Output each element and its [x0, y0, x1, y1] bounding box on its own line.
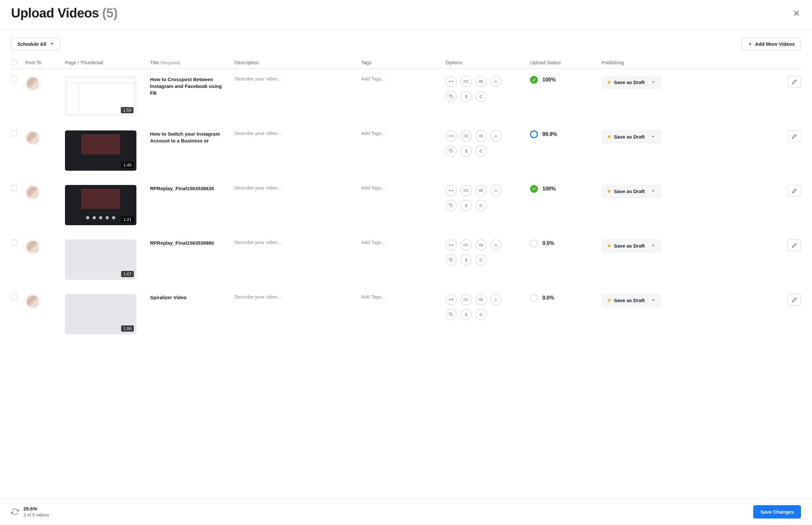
options-group: CC$C	[446, 185, 511, 211]
tags-input[interactable]: Add Tags...	[361, 239, 446, 245]
video-title[interactable]: RPReplay_Final1583538635	[150, 185, 234, 192]
option-360-button[interactable]	[476, 185, 487, 196]
option-tag-button[interactable]	[446, 145, 457, 156]
option-360-button[interactable]	[476, 76, 487, 87]
options-group: CC$C	[446, 294, 511, 320]
draft-status-dot	[608, 244, 611, 247]
col-options: Options	[446, 60, 530, 65]
caret-down-icon	[50, 41, 54, 47]
publishing-label: Save as Draft	[614, 189, 645, 194]
page-avatar[interactable]	[25, 294, 40, 309]
video-thumbnail[interactable]: 1:00	[65, 294, 136, 334]
option-cc-button[interactable]: CC	[461, 76, 472, 87]
option-crosspost-button[interactable]	[446, 294, 457, 305]
option-monetize-button[interactable]: $	[461, 145, 472, 156]
option-360-button[interactable]	[476, 239, 487, 251]
close-button[interactable]	[791, 8, 802, 18]
option-cc-button[interactable]: CC	[461, 185, 472, 196]
option-tag-button[interactable]	[446, 254, 457, 266]
video-thumbnail[interactable]: 1:45	[65, 131, 136, 171]
option-360-button[interactable]	[476, 131, 487, 141]
edit-button[interactable]	[787, 131, 801, 142]
option-rights-button[interactable]: C	[476, 91, 487, 102]
status-progress-icon	[530, 131, 538, 138]
page-avatar[interactable]	[25, 185, 40, 200]
option-crosspost-button[interactable]	[446, 185, 457, 196]
option-poll-button[interactable]	[491, 185, 502, 196]
publishing-dropdown[interactable]: Save as Draft	[601, 294, 661, 306]
upload-pct: 0.0%	[542, 295, 554, 301]
edit-button[interactable]	[787, 239, 801, 251]
pencil-icon	[792, 297, 797, 303]
option-360-button[interactable]	[476, 294, 487, 305]
option-crosspost-button[interactable]	[446, 239, 457, 251]
add-more-videos-button[interactable]: Add More Videos	[741, 38, 801, 50]
video-duration: 1:53	[121, 107, 133, 113]
option-cc-button[interactable]: CC	[461, 131, 472, 141]
table-row: 1:21 RPReplay_Final1583538635 Describe y…	[11, 178, 801, 232]
video-thumbnail[interactable]: 1:21	[65, 185, 136, 225]
video-title[interactable]: RPReplay_Final1583539980	[150, 239, 234, 246]
row-checkbox[interactable]	[11, 239, 17, 245]
description-input[interactable]: Describe your video...	[234, 294, 361, 300]
video-title[interactable]: How to Crosspost Between Instagram and F…	[150, 76, 234, 96]
video-title[interactable]: Spiralizer Video	[150, 294, 234, 301]
option-poll-button[interactable]	[491, 131, 502, 141]
option-rights-button[interactable]: C	[476, 254, 487, 266]
video-thumbnail[interactable]: 1:07	[65, 239, 136, 280]
tags-input[interactable]: Add Tags...	[361, 76, 446, 81]
save-changes-button[interactable]: Save Changes	[753, 505, 801, 519]
option-rights-button[interactable]: C	[476, 145, 487, 156]
publishing-dropdown[interactable]: Save as Draft	[601, 239, 661, 252]
option-monetize-button[interactable]: $	[461, 91, 472, 102]
video-title[interactable]: How to Switch your Instagram Account to …	[150, 131, 234, 144]
description-input[interactable]: Describe your video...	[234, 131, 361, 136]
option-monetize-button[interactable]: $	[461, 309, 472, 320]
svg-point-1	[479, 80, 483, 82]
tags-input[interactable]: Add Tags...	[361, 294, 446, 300]
option-rights-button[interactable]: C	[476, 200, 487, 211]
schedule-all-button[interactable]: Schedule All	[11, 38, 60, 50]
select-all-checkbox[interactable]	[11, 59, 17, 65]
option-poll-button[interactable]	[491, 294, 502, 305]
description-input[interactable]: Describe your video...	[234, 185, 361, 191]
row-checkbox[interactable]	[11, 294, 17, 300]
tags-input[interactable]: Add Tags...	[361, 185, 446, 191]
option-cc-button[interactable]: CC	[461, 294, 472, 305]
option-rights-button[interactable]: C	[476, 309, 487, 320]
row-checkbox[interactable]	[11, 131, 17, 136]
publishing-label: Save as Draft	[614, 134, 645, 139]
publishing-dropdown[interactable]: Save as Draft	[601, 185, 661, 198]
edit-button[interactable]	[787, 294, 801, 306]
video-thumbnail[interactable]: 1:53	[65, 76, 136, 116]
plus-icon	[748, 42, 753, 46]
modal-header: Upload Videos (5)	[0, 0, 812, 30]
status-done-icon	[530, 185, 538, 193]
option-monetize-button[interactable]: $	[461, 254, 472, 266]
description-input[interactable]: Describe your video...	[234, 76, 361, 81]
option-monetize-button[interactable]: $	[461, 200, 472, 211]
publishing-dropdown[interactable]: Save as Draft	[601, 131, 661, 143]
option-tag-button[interactable]	[446, 200, 457, 211]
page-avatar[interactable]	[25, 239, 40, 254]
upload-status: 100%	[530, 185, 601, 193]
row-checkbox[interactable]	[11, 76, 17, 82]
caret-down-icon	[651, 79, 655, 85]
row-checkbox[interactable]	[11, 185, 17, 191]
option-crosspost-button[interactable]	[446, 76, 457, 87]
option-tag-button[interactable]	[446, 309, 457, 320]
option-poll-button[interactable]	[491, 239, 502, 251]
edit-button[interactable]	[787, 185, 801, 197]
edit-button[interactable]	[787, 76, 801, 88]
option-crosspost-button[interactable]	[446, 131, 457, 141]
publishing-dropdown[interactable]: Save as Draft	[601, 76, 661, 89]
option-cc-button[interactable]: CC	[461, 239, 472, 251]
description-input[interactable]: Describe your video...	[234, 239, 361, 245]
tags-input[interactable]: Add Tags...	[361, 131, 446, 136]
page-avatar[interactable]	[25, 131, 40, 145]
option-poll-button[interactable]	[491, 76, 502, 87]
page-avatar[interactable]	[25, 76, 40, 91]
option-tag-button[interactable]	[446, 91, 457, 102]
video-duration: 1:21	[121, 216, 134, 223]
add-more-label: Add More Videos	[755, 41, 795, 47]
